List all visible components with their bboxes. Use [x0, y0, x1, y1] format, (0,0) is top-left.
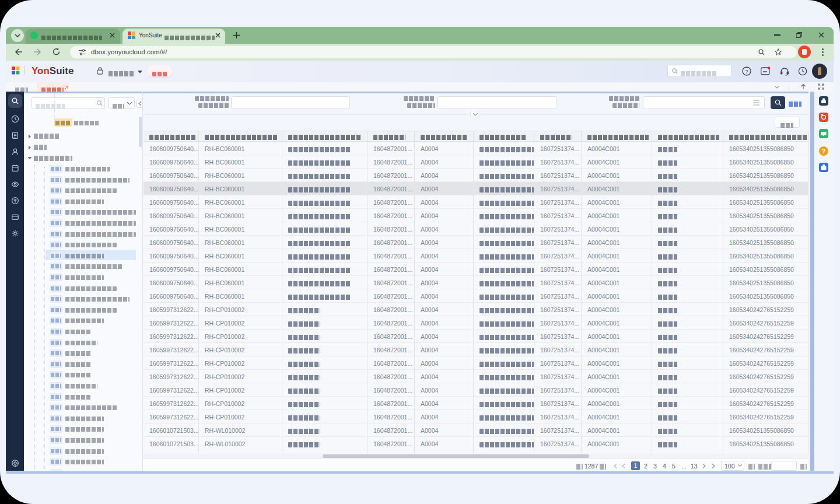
- svg-text:?: ?: [745, 69, 748, 75]
- svg-text:?: ?: [822, 148, 825, 155]
